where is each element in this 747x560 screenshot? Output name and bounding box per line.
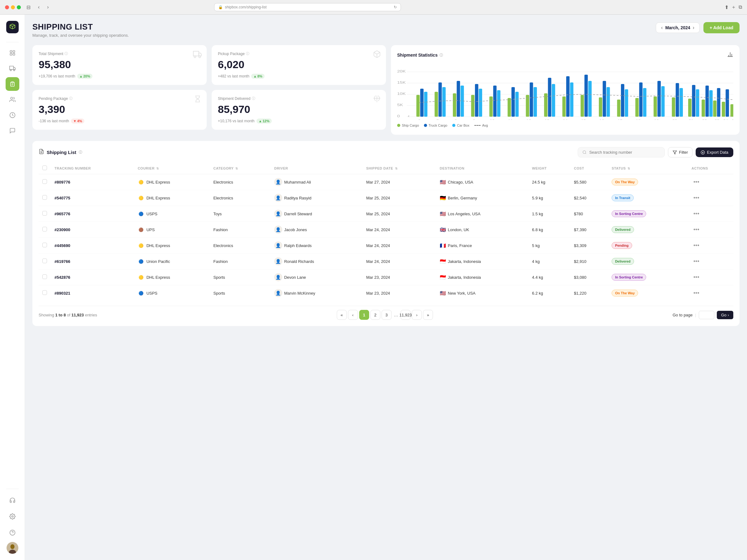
col-category[interactable]: CATEGORY ⇅ — [210, 162, 271, 174]
svg-rect-68 — [566, 76, 570, 117]
row-actions-button[interactable]: ••• — [692, 273, 701, 281]
row-actions-button[interactable]: ••• — [692, 289, 701, 297]
total-shipment-info-icon[interactable]: ⓘ — [65, 51, 68, 56]
sidebar-item-users[interactable] — [6, 93, 19, 106]
sidebar-item-truck[interactable] — [6, 61, 19, 75]
page-button-2[interactable]: 2 — [370, 310, 380, 320]
status-badge: Delivered — [612, 258, 634, 265]
prev-month-button[interactable]: ‹ — [661, 25, 663, 30]
row-weight: 5.9 kg — [528, 190, 570, 206]
sidebar-toggle-button[interactable]: ⊟ — [25, 4, 32, 11]
traffic-light-green[interactable] — [17, 5, 21, 9]
row-actions[interactable]: ••• — [688, 222, 733, 238]
row-checkbox[interactable] — [42, 274, 47, 279]
select-all-checkbox[interactable] — [42, 165, 47, 170]
sidebar-item-clock[interactable] — [6, 108, 19, 122]
last-page-button[interactable]: » — [423, 310, 433, 320]
row-checkbox-cell[interactable] — [38, 206, 51, 222]
courier-icon: 🟡 — [137, 242, 145, 249]
new-tab-button[interactable]: ＋ — [731, 4, 736, 10]
row-actions[interactable]: ••• — [688, 254, 733, 269]
pickup-package-info-icon[interactable]: ⓘ — [246, 51, 249, 56]
back-button[interactable]: ‹ — [36, 4, 42, 10]
driver-avatar: 👤 — [274, 178, 282, 186]
row-actions[interactable]: ••• — [688, 238, 733, 254]
pickup-package-badge: ▲ 8% — [251, 74, 264, 79]
svg-text:20K: 20K — [397, 70, 406, 74]
sidebar-divider-top — [6, 42, 19, 42]
row-checkbox-cell[interactable] — [38, 190, 51, 206]
row-actions-button[interactable]: ••• — [692, 194, 701, 202]
row-checkbox[interactable] — [42, 211, 47, 216]
col-shipped-date[interactable]: SHIPPED DATE ⇅ — [363, 162, 436, 174]
go-button[interactable]: Go › — [717, 311, 733, 319]
row-actions[interactable]: ••• — [688, 206, 733, 222]
sidebar-item-message[interactable] — [6, 124, 19, 137]
row-actions[interactable]: ••• — [688, 190, 733, 206]
row-checkbox[interactable] — [42, 259, 47, 263]
row-actions[interactable]: ••• — [688, 285, 733, 301]
row-checkbox[interactable] — [42, 290, 47, 295]
row-checkbox[interactable] — [42, 227, 47, 232]
sidebar-item-settings[interactable] — [6, 510, 19, 523]
col-courier[interactable]: COURIER ⇅ — [134, 162, 209, 174]
tabs-button[interactable]: ⧉ — [739, 4, 742, 10]
address-bar[interactable]: 🔒 shipbox.com/shipping-list ↻ — [214, 3, 401, 11]
row-checkbox-cell[interactable] — [38, 285, 51, 301]
svg-text:23: 23 — [715, 119, 719, 120]
share-button[interactable]: ⬆ — [725, 4, 729, 10]
next-page-button[interactable]: › — [412, 310, 422, 320]
prev-page-button[interactable]: ‹ — [348, 310, 358, 320]
row-checkbox-cell[interactable] — [38, 238, 51, 254]
row-actions-button[interactable]: ••• — [692, 242, 701, 249]
row-destination: 🇺🇸 Los Angeles, USA — [436, 206, 529, 222]
chart-info-icon[interactable]: ⓘ — [439, 53, 443, 58]
page-button-last[interactable]: 11,923 — [401, 310, 411, 320]
sidebar-item-clipboard[interactable] — [6, 77, 19, 91]
row-actions[interactable]: ••• — [688, 269, 733, 285]
traffic-light-yellow[interactable] — [11, 5, 15, 9]
page-button-1[interactable]: 1 — [359, 310, 369, 320]
row-actions-button[interactable]: ••• — [692, 258, 701, 265]
page-button-3[interactable]: 3 — [382, 310, 391, 320]
search-bar[interactable] — [578, 147, 665, 157]
row-category: Electronics — [210, 190, 271, 206]
svg-text:›: › — [729, 114, 731, 118]
sidebar-item-headphones[interactable] — [6, 494, 19, 507]
row-actions[interactable]: ••• — [688, 174, 733, 190]
user-avatar[interactable] — [6, 542, 18, 554]
forward-button[interactable]: › — [45, 4, 50, 10]
sidebar-item-grid[interactable] — [6, 46, 19, 60]
svg-point-115 — [583, 151, 586, 153]
traffic-light-red[interactable] — [5, 5, 9, 9]
row-actions-button[interactable]: ••• — [692, 210, 701, 218]
row-actions-button[interactable]: ••• — [692, 178, 701, 186]
col-status[interactable]: STATUS ⇅ — [608, 162, 688, 174]
shipment-delivered-info-icon[interactable]: ⓘ — [252, 96, 255, 101]
row-checkbox-cell[interactable] — [38, 269, 51, 285]
go-to-page-input[interactable] — [699, 311, 714, 319]
pending-package-info-icon[interactable]: ⓘ — [69, 96, 73, 101]
row-tracking: #619766 — [51, 254, 134, 269]
filter-button[interactable]: Filter — [668, 147, 693, 157]
row-checkbox-cell[interactable] — [38, 174, 51, 190]
url-text: shipbox.com/shipping-list — [225, 5, 266, 9]
row-checkbox[interactable] — [42, 179, 47, 184]
add-load-button[interactable]: + Add Load — [703, 22, 740, 33]
row-checkbox-cell[interactable] — [38, 222, 51, 238]
sidebar-item-help[interactable] — [6, 526, 19, 539]
row-tracking: #540775 — [51, 190, 134, 206]
row-checkbox[interactable] — [42, 243, 47, 247]
first-page-button[interactable]: « — [337, 310, 347, 320]
next-month-button[interactable]: › — [693, 25, 694, 30]
row-checkbox[interactable] — [42, 195, 47, 200]
sidebar-logo[interactable] — [6, 21, 19, 33]
chart-bar-icon[interactable] — [727, 51, 733, 59]
export-button[interactable]: Export Data — [696, 148, 733, 157]
table-info-icon[interactable]: ⓘ — [79, 150, 82, 155]
row-checkbox-cell[interactable] — [38, 254, 51, 269]
svg-rect-64 — [548, 78, 551, 117]
select-all-header[interactable] — [38, 162, 51, 174]
row-actions-button[interactable]: ••• — [692, 226, 701, 234]
search-input[interactable] — [589, 150, 660, 155]
